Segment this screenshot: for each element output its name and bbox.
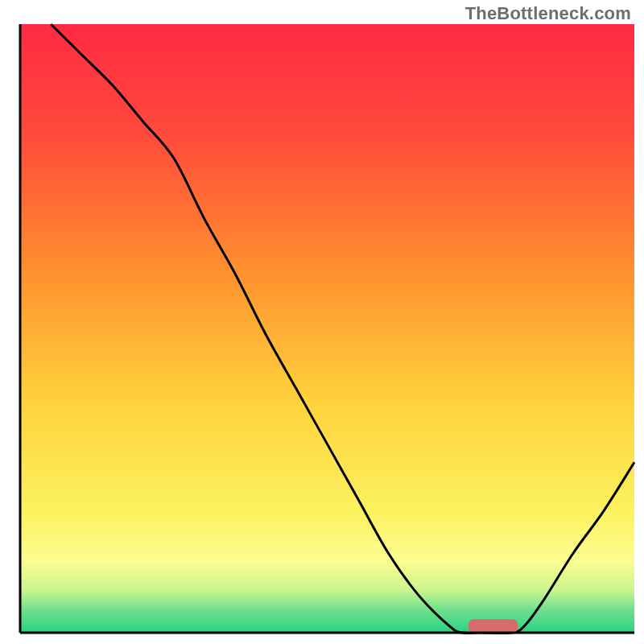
watermark-text: TheBottleneck.com: [465, 3, 631, 24]
bottleneck-chart: [0, 0, 644, 644]
plot-background: [20, 24, 634, 633]
optimal-range-marker: [469, 619, 518, 633]
